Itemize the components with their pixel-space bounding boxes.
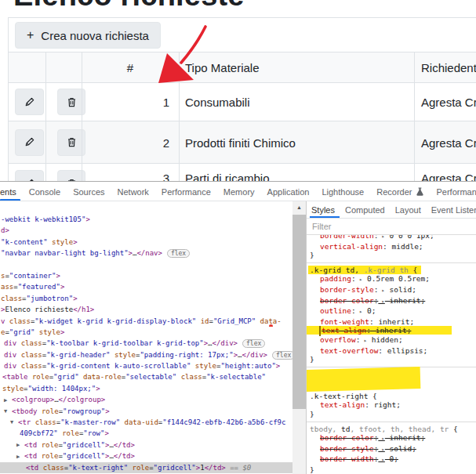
css-property[interactable]: vertical-align: middle; (310, 242, 473, 251)
styles-tab-layout[interactable]: Layout (395, 201, 421, 219)
styles-tab-bar: StylesComputedLayoutEvent Listene (307, 201, 476, 219)
page-title-clipped: Elenco richieste (13, 0, 343, 8)
screen: Elenco richieste + Crea nuova richiesta … (0, 0, 476, 474)
css-rule-block: tbody, td, tfoot, th, thead, tr {border-… (307, 422, 476, 474)
column-header-num[interactable]: # (82, 61, 179, 74)
table-row[interactable]: 2 Prodotti finiti Chimico Agresta Cri (9, 121, 476, 164)
cell-richiedente: Agresta Cri (421, 172, 476, 181)
tab-label: Network (118, 187, 149, 197)
devtools-panel: entsConsoleSourcesNetworkPerformanceMemo… (0, 181, 476, 474)
elements-tree-node[interactable]: div class="k-grid-content k-auto-scrolla… (0, 360, 293, 371)
table-row[interactable]: 3 Parti di ricambio Agresta Cri (9, 164, 476, 181)
tab-label: Performanc (436, 187, 476, 197)
devtools-tab-sources[interactable]: Sources (73, 183, 104, 201)
column-divider (82, 52, 82, 181)
css-rule-block: .k-text-right {text-align: right;} (307, 367, 476, 422)
expander-arrow-icon[interactable]: ▼ (10, 417, 18, 428)
css-selector[interactable]: .k-text-right { (310, 392, 473, 401)
devtools-tab-console[interactable]: Console (29, 183, 60, 201)
elements-tree-node[interactable]: >Elenco richieste</h1> (0, 304, 293, 315)
devtools-tab-ents[interactable]: ents (0, 183, 16, 201)
flask-icon (416, 187, 423, 196)
elements-tree-node[interactable]: s="container"> (0, 270, 293, 281)
css-selector[interactable]: .k-grid td, .k-grid th { (310, 266, 473, 275)
devtools-tab-recorder[interactable]: Recorder (376, 183, 423, 201)
scrollbar-thumb[interactable] (293, 215, 306, 409)
elements-tree-node[interactable]: div class="k-toolbar k-grid-toolbar k-gr… (0, 338, 293, 349)
css-selector[interactable]: tbody, td, tfoot, th, thead, tr { (310, 425, 473, 434)
devtools-tab-performance[interactable]: Performance (162, 183, 211, 201)
css-property[interactable]: border-width: ▸ 0; (310, 454, 473, 465)
elements-tree-node[interactable]: ▶<colgroup>…</colgroup> (0, 394, 293, 405)
css-property[interactable]: padding: ▸ 0.5rem 0.5rem; (310, 274, 473, 285)
css-property[interactable]: border-style: ▸ solid; (310, 285, 473, 296)
elements-tree-node[interactable]: ▼<tbody role="rowgroup"> (0, 406, 293, 417)
column-header-richiedente[interactable]: Richiedente (421, 61, 476, 74)
create-request-button[interactable]: + Crea nuova richiesta (15, 22, 161, 49)
devtools-tab-lighthouse[interactable]: Lighthouse (322, 183, 364, 201)
expander-arrow-icon[interactable]: ▶ (16, 440, 24, 450)
css-property[interactable]: overflow: ▸ hidden; (310, 335, 473, 346)
styles-filter-input[interactable]: Filter (307, 219, 476, 235)
css-close-brace: } (310, 355, 473, 364)
tab-label: Recorder (376, 187, 412, 197)
css-property[interactable]: font-weight: inherit; (310, 317, 473, 327)
edit-button[interactable] (15, 170, 44, 181)
css-property[interactable]: outline: ▸ 0; (310, 306, 473, 317)
flex-badge: flex (272, 351, 293, 360)
elements-tree-node[interactable]: ▶<td role="gridcell">…</td> (0, 450, 293, 461)
elements-tree-node[interactable]: div class="k-grid-header" style="padding… (0, 349, 293, 360)
edit-button[interactable] (15, 89, 44, 115)
css-property[interactable]: border-style: ▸ solid; (310, 444, 473, 455)
css-rule-block: border-width: ▸ 0 0 0 1px;vertical-align… (307, 235, 476, 263)
css-rule-block: .k-grid td, .k-grid th {padding: ▸ 0.5re… (307, 263, 476, 367)
elements-tree-node[interactable]: "navbar navbar-light bg-light">…</nav>fl… (0, 248, 293, 259)
elements-tree-node[interactable]: 409cbf72" role="row"> (0, 428, 293, 439)
elements-tree-node[interactable]: "k-content" style> (0, 237, 293, 248)
elements-tree-node[interactable] (0, 259, 293, 270)
elements-tree-node[interactable]: d> (0, 225, 293, 236)
css-property[interactable]: text-overflow: ellipsis; (310, 346, 473, 356)
styles-tab-styles[interactable]: Styles (311, 201, 335, 219)
css-rules-list: border-width: ▸ 0 0 0 1px;vertical-align… (307, 235, 476, 474)
expander-arrow-icon[interactable]: ▼ (4, 406, 12, 417)
elements-tree-node[interactable]: <table role="grid" data-role="selectable… (0, 371, 293, 382)
css-property[interactable]: border-color: ▸ inherit; (310, 433, 473, 444)
cell-richiedente: Agresta Cri (421, 136, 476, 149)
elements-tree-node[interactable]: ▼<tr class="k-master-row" data-uid="f144… (0, 417, 293, 428)
elements-tree-node[interactable]: e="grid" style> (0, 327, 293, 338)
elements-tree-node[interactable]: -webkit k-webkit105"> (0, 214, 293, 225)
elements-tree-node[interactable]: v class="k-widget k-grid k-grid-display-… (0, 316, 293, 327)
styles-sidebar: StylesComputedLayoutEvent Listene Filter… (307, 201, 476, 474)
devtools-tab-performanc[interactable]: Performanc (436, 183, 476, 201)
tab-label: Application (267, 187, 310, 197)
grid-toolbar: + Crea nuova richiesta (9, 18, 476, 52)
elements-tree-node[interactable]: class="jumbotron"> (0, 293, 293, 304)
css-property[interactable]: text-align: right; (310, 400, 473, 410)
plus-icon: + (27, 29, 34, 42)
elements-tree-node[interactable]: ▶<td role="gridcell">…</td> (0, 440, 293, 450)
devtools-tab-memory[interactable]: Memory (223, 183, 255, 201)
edit-button[interactable] (15, 129, 44, 156)
flex-badge: flex (167, 249, 190, 258)
elements-selected-node[interactable]: <td class="k-text-right" role="gridcell"… (0, 462, 293, 473)
css-property[interactable]: border-color: ▸ inherit; (310, 296, 473, 307)
css-property[interactable]: border-width: ▸ 0 0 0 1px; (310, 235, 473, 242)
elements-tree-node[interactable]: style="width: 1404px;"> (0, 383, 293, 394)
devtools-tab-network[interactable]: Network (118, 183, 149, 201)
css-property[interactable]: text-align: inherit; (310, 326, 473, 335)
cell-richiedente: Agresta Cri (421, 96, 476, 109)
scroll-up-button[interactable]: ▲ (293, 201, 306, 213)
devtools-tab-bar: entsConsoleSourcesNetworkPerformanceMemo… (0, 183, 476, 201)
expander-arrow-icon[interactable]: ▶ (16, 451, 24, 462)
styles-tab-event-listene[interactable]: Event Listene (431, 201, 476, 219)
cell-num: 2 (82, 136, 169, 149)
devtools-tab-application[interactable]: Application (267, 183, 310, 201)
styles-tab-computed[interactable]: Computed (345, 201, 385, 219)
cell-tipo: Consumabili (185, 96, 250, 109)
column-header-tipo[interactable]: Tipo Materiale (185, 61, 259, 74)
elements-scrollbar[interactable]: ▲ (293, 201, 306, 474)
table-row[interactable]: 1 Consumabili Agresta Cri (9, 83, 476, 121)
elements-tree-node[interactable]: ass="featured"> (0, 281, 293, 292)
expander-arrow-icon[interactable]: ▶ (4, 395, 12, 406)
